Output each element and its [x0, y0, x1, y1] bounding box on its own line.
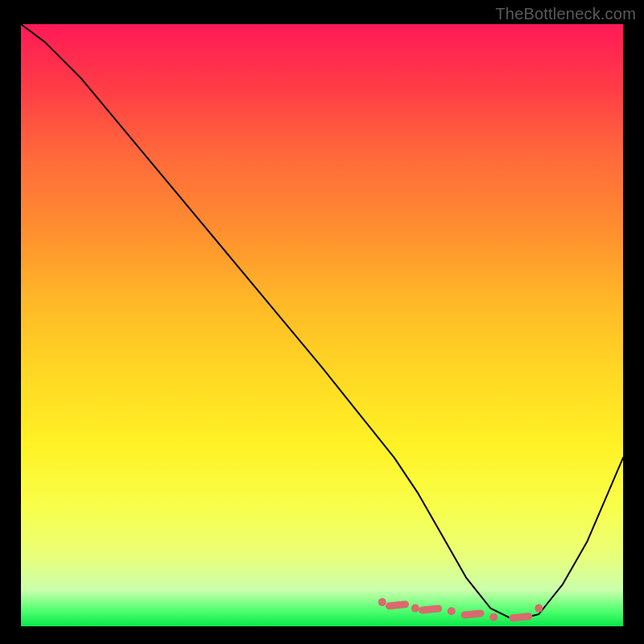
trough-marker-dot [411, 605, 419, 613]
watermark-text: TheBottleneck.com [495, 5, 636, 23]
trough-marker-dot [448, 607, 456, 615]
trough-marker-dash [423, 609, 439, 610]
trough-marker-dot [535, 605, 543, 613]
trough-marker-dash [513, 617, 529, 618]
trough-marker-dash [390, 605, 406, 606]
trough-markers [378, 598, 543, 621]
plot-area [21, 24, 623, 626]
trough-marker-dash [464, 613, 481, 615]
chart-frame: TheBottleneck.com [0, 0, 644, 644]
trough-marker-dot [489, 613, 497, 621]
bottleneck-curve [21, 24, 623, 621]
curve-svg [21, 24, 623, 626]
trough-marker-dot [378, 598, 386, 606]
